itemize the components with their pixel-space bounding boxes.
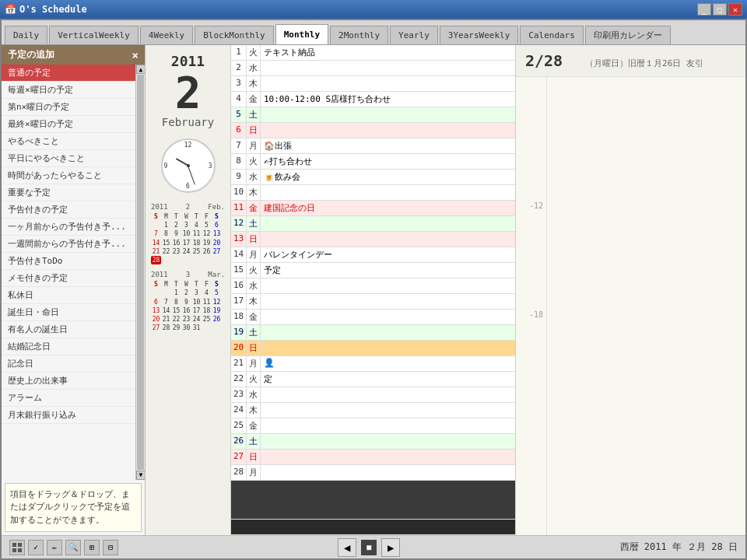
scrollbar-down[interactable]: ▼ (136, 471, 145, 480)
nav-prev-button[interactable]: ◀ (338, 538, 356, 557)
right-panel-header: 2/28 （月曜日）旧暦１月26日 友引 (516, 45, 745, 77)
right-date: 2/28 (525, 51, 563, 70)
sidebar-item-nth-weekly[interactable]: 第n×曜日の予定 (2, 99, 135, 116)
table-row[interactable]: 22 火 定 (231, 372, 515, 387)
table-row[interactable]: 27 日 (231, 450, 515, 465)
mini-cal-feb: 2011 2 Feb. S M T W T F S 1 (151, 203, 225, 264)
svg-rect-0 (12, 543, 16, 547)
sidebar-item-weekly[interactable]: 毎週×曜日の予定 (2, 82, 135, 99)
table-row[interactable]: 20 日 (231, 341, 515, 356)
table-row[interactable]: 6 日 (231, 123, 515, 138)
nav-next-button[interactable]: ▶ (381, 538, 400, 557)
close-button[interactable]: ✕ (728, 3, 742, 16)
table-row[interactable]: 4 金 10:00-12:00 S店様打ち合わせ (231, 92, 515, 107)
tab-3years-weekly[interactable]: 3YearsWeekly (440, 26, 518, 44)
table-row[interactable]: 9 水 🍺飲み会 (231, 170, 515, 185)
table-row[interactable]: 25 金 (231, 418, 515, 434)
tab-vertical-weekly[interactable]: VerticalWeekly (49, 26, 139, 44)
tab-daily[interactable]: Daily (5, 26, 47, 44)
table-row[interactable]: 28 月 (231, 465, 515, 481)
minimize-button[interactable]: _ (697, 3, 711, 16)
table-row-overflow (231, 481, 515, 520)
tab-calendars[interactable]: Calendars (520, 26, 584, 44)
table-row[interactable]: 12 土 (231, 216, 515, 232)
sidebar-item-todo[interactable]: やるべきこと (2, 133, 135, 150)
calendar-grid: 1 火 テキスト納品 2 水 3 木 4 金 10:00-12:00 (231, 45, 516, 535)
status-icon-search[interactable]: 🔍 (65, 540, 81, 555)
app-icon: 📅 (5, 4, 16, 15)
svg-rect-2 (12, 548, 16, 552)
sidebar-item-history[interactable]: 歴史上の出来事 (2, 373, 135, 390)
table-row[interactable]: 7 月 🏠出張 (231, 138, 515, 154)
sidebar-item-last-weekly[interactable]: 最終×曜日の予定 (2, 116, 135, 133)
table-row[interactable]: 13 日 (231, 232, 515, 247)
tab-block-monthly[interactable]: BlockMonthly (195, 26, 273, 44)
table-row[interactable]: 16 水 (231, 278, 515, 294)
table-row[interactable]: 14 月 バレンタインデー (231, 247, 515, 263)
time-label-12: -12 (529, 201, 543, 210)
month-name: February (162, 116, 214, 128)
sidebar-item-private-holiday[interactable]: 私休日 (2, 287, 135, 304)
sidebar-scrollbar[interactable]: ▲ ▼ (135, 65, 145, 480)
sidebar-item-notice-schedule[interactable]: 予告付きの予定 (2, 201, 135, 219)
table-row[interactable]: 17 木 (231, 294, 515, 310)
app-window: Daily VerticalWeekly 4Weekly BlockMonthl… (0, 19, 747, 560)
table-row[interactable]: 11 金 建国記念の日 (231, 201, 515, 216)
table-row-overflow2 (231, 520, 515, 535)
tab-yearly[interactable]: Yearly (390, 26, 438, 44)
main-area: 2011 2 February 12 3 6 9 (146, 45, 745, 535)
content-area: 予定の追加 × 普通の予定 毎週×曜日の予定 第n×曜日の予定 最終×曜日の予定… (2, 45, 745, 535)
sidebar-item-important[interactable]: 重要な予定 (2, 184, 135, 201)
sidebar-item-memo-schedule[interactable]: メモ付きの予定 (2, 270, 135, 287)
sidebar-item-alarm[interactable]: アラーム (2, 390, 135, 407)
maximize-button[interactable]: □ (713, 3, 727, 16)
table-row[interactable]: 18 金 (231, 310, 515, 325)
status-icon-resize-v[interactable]: ⊟ (103, 540, 118, 555)
tab-4weekly[interactable]: 4Weekly (140, 26, 193, 44)
table-row[interactable]: 3 木 (231, 76, 515, 92)
table-row[interactable]: 8 火 ✍打ち合わせ (231, 154, 515, 170)
status-icon-grid[interactable] (9, 540, 25, 555)
status-icon-pencil[interactable]: ✏ (47, 540, 62, 555)
sidebar-item-normal-schedule[interactable]: 普通の予定 (2, 65, 135, 82)
status-date: 西暦 2011 年 ２月 28 日 (620, 541, 738, 554)
table-row[interactable]: 1 火 テキスト納品 (231, 45, 515, 61)
sidebar-item-bank-transfer[interactable]: 月末銀行振り込み (2, 407, 135, 424)
table-row[interactable]: 26 土 (231, 434, 515, 450)
sidebar-item-month-notice[interactable]: 一ヶ月前からの予告付き予... (2, 219, 135, 236)
right-timeline: -12 -18 (516, 77, 547, 535)
sidebar-item-spare-time[interactable]: 時間があったらやること (2, 167, 135, 184)
table-row[interactable]: 21 月 👤 (231, 356, 515, 372)
sidebar-item-celebrity-birthday[interactable]: 有名人の誕生日 (2, 321, 135, 338)
status-icon-check[interactable]: ✓ (28, 540, 44, 555)
sidebar-item-weekday-todo[interactable]: 平日にやるべきこと (2, 150, 135, 167)
tab-2monthly[interactable]: 2Monthly (330, 26, 388, 44)
table-row[interactable]: 2 水 (231, 61, 515, 76)
tab-print-cal[interactable]: 印刷用カレンダー (585, 26, 671, 44)
sidebar-item-notice-todo[interactable]: 予告付きToDo (2, 253, 135, 270)
table-row[interactable]: 24 木 (231, 403, 515, 418)
status-icon-resize-h[interactable]: ⊞ (84, 540, 100, 555)
table-row[interactable]: 23 水 (231, 387, 515, 403)
svg-rect-3 (18, 548, 22, 552)
table-row[interactable]: 19 土 (231, 325, 515, 341)
scrollbar-thumb[interactable] (137, 75, 144, 470)
scrollbar-up[interactable]: ▲ (136, 65, 145, 74)
sidebar-footer: 項目をドラッグ＆ドロップ、またはダブルクリックで予定を追加することができます。 (5, 483, 142, 533)
time-label-18: -18 (529, 310, 543, 319)
sidebar-list: 普通の予定 毎週×曜日の予定 第n×曜日の予定 最終×曜日の予定 やるべきこと … (2, 65, 135, 480)
tab-monthly[interactable]: Monthly (275, 24, 328, 44)
right-events-area[interactable] (547, 77, 745, 535)
table-row[interactable]: 10 木 (231, 185, 515, 201)
sidebar-item-week-notice[interactable]: 一週間前からの予告付き予... (2, 236, 135, 253)
table-row[interactable]: 5 土 (231, 107, 515, 123)
sidebar-item-wedding-anniversary[interactable]: 結婚記念日 (2, 338, 135, 355)
mini-cal-mar: 2011 3 Mar. S M T W T F S 1 (151, 271, 225, 332)
sidebar-close-button[interactable]: × (132, 49, 139, 61)
right-panel: 2/28 （月曜日）旧暦１月26日 友引 -12 -18 (516, 45, 745, 535)
nav-stop-button[interactable]: ■ (361, 540, 377, 555)
sidebar-item-birthday[interactable]: 誕生日・命日 (2, 304, 135, 321)
table-row[interactable]: 15 火 予定 (231, 263, 515, 278)
sidebar-header: 予定の追加 × (2, 45, 145, 65)
sidebar-item-anniversary[interactable]: 記念日 (2, 355, 135, 373)
